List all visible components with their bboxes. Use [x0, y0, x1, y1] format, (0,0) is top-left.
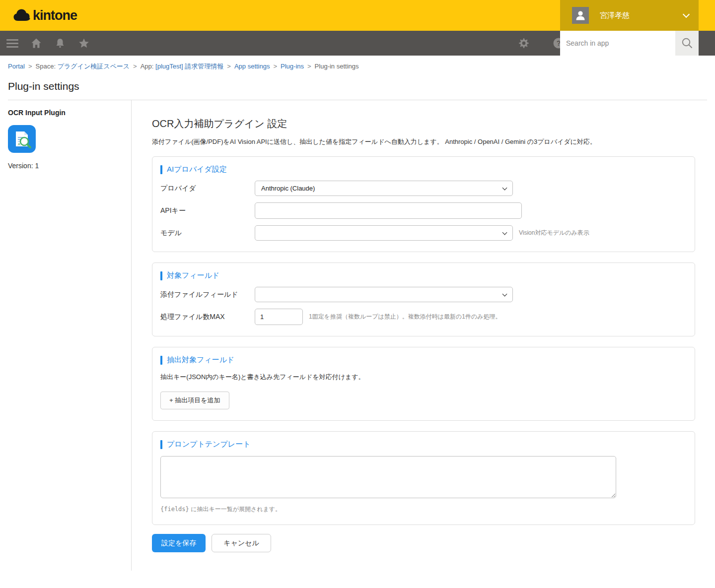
section-prompt-template: プロンプトテンプレート {fields} に抽出キー一覧が展開されます。: [152, 431, 695, 525]
user-name: 宮澤孝慈: [600, 11, 630, 20]
search-icon: [681, 37, 694, 50]
accent-bar: [160, 165, 162, 174]
logo-text: kintone: [33, 8, 77, 23]
avatar-person-icon: [574, 9, 586, 21]
api-key-label: APIキー: [160, 206, 255, 215]
breadcrumb-space-prefix: Space:: [36, 63, 58, 70]
accent-bar: [160, 356, 162, 365]
chevron-down-icon: [502, 230, 507, 235]
accent-bar: [160, 271, 162, 280]
section-ai-provider: AIプロバイダ設定 プロバイダ Anthropic (Claude) APIキー…: [152, 156, 695, 252]
app-header: kintone 宮澤孝慈: [0, 0, 715, 31]
max-files-label: 処理ファイル数MAX: [160, 313, 255, 322]
document-magnifier-icon: A: [8, 125, 36, 153]
breadcrumb-current: Plug-in settings: [315, 63, 359, 70]
breadcrumb-app-settings[interactable]: App settings: [234, 63, 270, 70]
section-extract-fields: 抽出対象フィールド 抽出キー(JSON内のキー名)と書き込み先フィールドを対応付…: [152, 347, 695, 421]
section-title-row: プロンプトテンプレート: [160, 440, 687, 449]
breadcrumb-portal[interactable]: Portal: [8, 63, 25, 70]
search-button[interactable]: [675, 31, 699, 56]
content-area: OCR Input Plugin A Version: 1 OCR入力補助プラグ…: [0, 100, 715, 571]
extract-description: 抽出キー(JSON内のキー名)と書き込み先フィールドを対応付けます。: [160, 373, 687, 382]
app-search: [560, 31, 675, 56]
section-title: 抽出対象フィールド: [167, 355, 234, 365]
file-field-label: 添付ファイルフィールド: [160, 290, 255, 299]
kintone-logo[interactable]: kintone: [13, 8, 77, 23]
provider-select-value: Anthropic (Claude): [261, 185, 315, 192]
max-files-note: 1固定を推奨（複数ループは禁止）。複数添付時は最新の1件のみ処理。: [309, 313, 501, 321]
provider-label: プロバイダ: [160, 184, 255, 193]
file-field-select[interactable]: [255, 287, 513, 302]
prompt-note: {fields} に抽出キー一覧が展開されます。: [160, 505, 687, 514]
api-key-input[interactable]: [255, 202, 522, 219]
accent-bar: [160, 440, 162, 449]
chevron-down-icon: [502, 292, 507, 297]
plugin-settings-description: 添付ファイル(画像/PDF)をAI Vision APIに送信し、抽出した値を指…: [152, 137, 695, 146]
notification-bell-icon[interactable]: [54, 37, 67, 50]
add-extract-item-button[interactable]: + 抽出項目を追加: [160, 392, 229, 409]
model-select[interactable]: [255, 225, 513, 241]
section-title: AIプロバイダ設定: [167, 165, 227, 174]
cloud-icon: [13, 8, 31, 23]
plugin-name: OCR Input Plugin: [8, 109, 123, 117]
search-input[interactable]: [560, 31, 675, 56]
section-title: 対象フィールド: [167, 271, 219, 280]
max-files-input[interactable]: [255, 309, 303, 325]
user-menu[interactable]: 宮澤孝慈: [560, 0, 699, 31]
plugin-sidebar: OCR Input Plugin A Version: 1: [0, 100, 132, 571]
home-icon[interactable]: [30, 37, 43, 50]
section-title-row: 抽出対象フィールド: [160, 355, 687, 365]
model-note: Vision対応モデルのみ表示: [519, 229, 589, 237]
save-settings-button[interactable]: 設定を保存: [152, 534, 206, 552]
model-label: モデル: [160, 229, 255, 238]
prompt-note-text: に抽出キー一覧が展開されます。: [189, 506, 281, 513]
gear-icon[interactable]: [517, 37, 530, 50]
chevron-down-icon: [502, 186, 507, 191]
section-title-row: AIプロバイダ設定: [160, 165, 687, 174]
breadcrumb-plugins[interactable]: Plug-ins: [281, 63, 304, 70]
section-title: プロンプトテンプレート: [167, 440, 251, 449]
breadcrumb-app-prefix: App:: [141, 63, 155, 70]
page-title: Plug-in settings: [8, 80, 715, 92]
avatar: [572, 7, 589, 24]
hamburger-menu-icon[interactable]: [6, 37, 19, 50]
plugin-version: Version: 1: [8, 162, 123, 170]
plugin-settings-title: OCR入力補助プラグイン 設定: [152, 117, 695, 131]
prompt-template-textarea[interactable]: [160, 456, 616, 498]
section-target-fields: 対象フィールド 添付ファイルフィールド 処理ファイル数MAX 1固定を推奨（複数…: [152, 262, 695, 336]
section-title-row: 対象フィールド: [160, 271, 687, 280]
provider-select[interactable]: Anthropic (Claude): [255, 181, 513, 196]
favorites-star-icon[interactable]: [77, 37, 90, 50]
plugin-settings-main: OCR入力補助プラグイン 設定 添付ファイル(画像/PDF)をAI Vision…: [132, 100, 715, 571]
breadcrumb-space[interactable]: プラグイン検証スペース: [58, 63, 130, 70]
chevron-down-icon: [683, 10, 690, 17]
breadcrumb-app[interactable]: [plugTest] 請求管理情報: [155, 63, 223, 70]
prompt-note-code: {fields}: [160, 506, 189, 513]
breadcrumb: Portal>Space: プラグイン検証スペース>App: [plugTest…: [0, 56, 715, 71]
global-nav: ?: [0, 31, 715, 56]
footer-actions: 設定を保存 キャンセル: [152, 534, 695, 552]
cancel-button[interactable]: キャンセル: [212, 534, 271, 552]
